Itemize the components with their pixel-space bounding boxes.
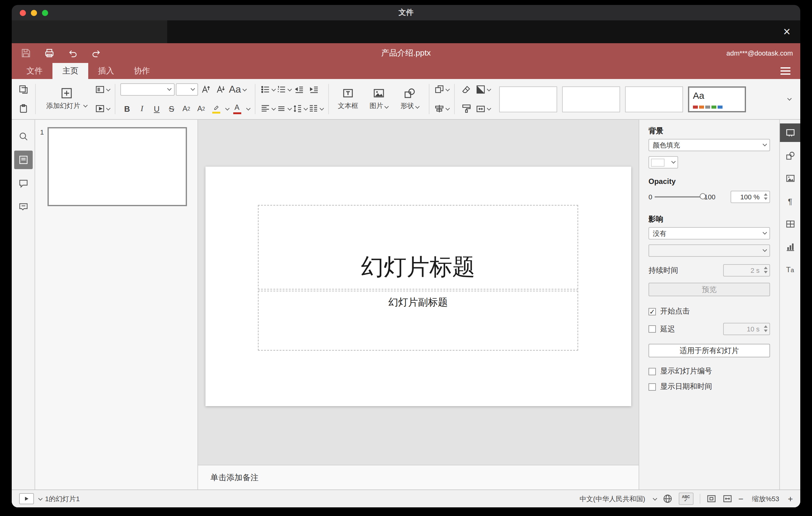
subtitle-placeholder[interactable]: 幻灯片副标题 <box>258 291 578 351</box>
superscript-button[interactable]: A2 <box>179 101 193 116</box>
increase-font-button[interactable] <box>199 82 213 97</box>
chart-settings-button[interactable] <box>780 238 800 256</box>
image-settings-button[interactable] <box>780 169 800 188</box>
columns-button[interactable] <box>309 101 323 116</box>
fit-to-width-button[interactable] <box>722 494 732 504</box>
slides-panel-button[interactable] <box>14 151 32 169</box>
redo-button[interactable] <box>89 46 103 60</box>
slide-thumbnail[interactable] <box>48 127 187 206</box>
comments-panel-button[interactable] <box>14 174 32 193</box>
line-spacing-button[interactable] <box>292 101 307 116</box>
slide-title-text[interactable]: 幻灯片标题 <box>361 252 475 283</box>
theme-gallery-expand-button[interactable] <box>782 92 795 107</box>
copy-button[interactable] <box>17 82 30 97</box>
slide-subtitle-text[interactable]: 幻灯片副标题 <box>388 296 448 309</box>
fit-to-slide-button[interactable] <box>706 494 716 504</box>
close-traffic-light[interactable] <box>20 10 26 16</box>
tab-home[interactable]: 主页 <box>53 63 88 79</box>
table-settings-button[interactable] <box>780 215 800 233</box>
slide-settings-button[interactable] <box>780 123 800 142</box>
start-slideshow-status-button[interactable] <box>19 493 34 504</box>
underline-button[interactable]: U <box>150 101 164 116</box>
chat-panel-button[interactable] <box>14 198 32 216</box>
subscript-button[interactable]: A2 <box>194 101 208 116</box>
opacity-slider[interactable] <box>655 196 703 198</box>
textart-settings-button[interactable]: Ta <box>780 260 800 279</box>
show-datetime-checkbox[interactable] <box>648 383 656 391</box>
slide-canvas[interactable]: 幻灯片标题 幻灯片副标题 <box>198 120 639 465</box>
fullscreen-traffic-light[interactable] <box>42 10 48 16</box>
italic-button[interactable]: I <box>135 101 149 116</box>
zoom-in-button[interactable]: + <box>788 494 793 504</box>
spinner-arrows[interactable] <box>764 267 767 274</box>
zoom-out-button[interactable]: − <box>738 494 743 504</box>
print-button[interactable] <box>42 46 56 60</box>
shape-fill-button[interactable] <box>476 82 491 97</box>
tab-file[interactable]: 文件 <box>17 63 53 79</box>
font-size-select[interactable] <box>176 83 198 96</box>
menu-icon[interactable] <box>781 67 790 75</box>
slide-size-button[interactable] <box>476 101 491 116</box>
bullets-button[interactable] <box>260 82 275 97</box>
paste-button[interactable] <box>17 101 30 116</box>
slide-layout-button[interactable] <box>95 82 110 97</box>
theme-option-2[interactable] <box>562 86 620 112</box>
copy-style-button[interactable] <box>460 101 473 116</box>
tab-collaboration[interactable]: 协作 <box>124 63 160 79</box>
insert-image-button[interactable]: 图片 <box>365 82 393 115</box>
start-on-click-checkbox[interactable]: ✓ <box>648 308 656 315</box>
search-panel-button[interactable] <box>14 127 32 146</box>
horizontal-align-button[interactable] <box>260 101 275 116</box>
preview-button[interactable]: 预览 <box>648 283 770 296</box>
align-shape-button[interactable] <box>434 101 449 116</box>
duration-value-field[interactable] <box>724 265 770 276</box>
theme-option-selected[interactable]: Aa <box>688 86 746 112</box>
save-button[interactable] <box>19 46 33 60</box>
undo-button[interactable] <box>66 46 80 60</box>
tab-insert[interactable]: 插入 <box>88 63 124 79</box>
chevron-down-icon[interactable] <box>225 106 230 110</box>
spellcheck-button[interactable]: ABC✓ <box>678 492 693 505</box>
effect-select[interactable]: 没有 <box>648 227 770 239</box>
duration-input[interactable] <box>723 264 770 277</box>
document-language-button[interactable] <box>662 494 672 504</box>
chevron-down-icon[interactable] <box>652 496 657 500</box>
apply-to-all-button[interactable]: 适用于所有幻灯片 <box>648 344 770 357</box>
font-name-select[interactable] <box>120 83 175 96</box>
bold-button[interactable]: B <box>120 101 134 116</box>
minimize-traffic-light[interactable] <box>31 10 37 16</box>
opacity-input[interactable] <box>730 191 770 203</box>
delay-checkbox[interactable] <box>648 325 656 333</box>
decrease-font-button[interactable] <box>214 82 228 97</box>
add-slide-button[interactable]: 添加幻灯片 <box>41 82 92 115</box>
paragraph-settings-button[interactable]: ¶ <box>780 192 800 210</box>
strikethrough-button[interactable]: S <box>165 101 178 116</box>
spinner-arrows[interactable] <box>764 193 767 200</box>
language-selector[interactable]: 中文(中华人民共和国) <box>580 494 645 503</box>
theme-option-1[interactable] <box>499 86 557 112</box>
slide[interactable]: 幻灯片标题 幻灯片副标题 <box>205 167 631 406</box>
numbering-button[interactable] <box>277 82 291 97</box>
insert-shape-button[interactable]: 形状 <box>396 82 424 115</box>
theme-option-3[interactable] <box>625 86 683 112</box>
zoom-level[interactable]: 缩放%53 <box>750 494 782 503</box>
decrease-indent-button[interactable] <box>292 82 306 97</box>
spinner-arrows[interactable] <box>764 325 767 332</box>
vertical-align-button[interactable] <box>277 101 291 116</box>
delay-input[interactable] <box>723 323 770 335</box>
close-icon[interactable]: × <box>783 24 790 39</box>
chevron-down-icon[interactable] <box>246 106 251 110</box>
change-case-button[interactable]: Aa <box>229 82 246 97</box>
arrange-shape-button[interactable] <box>434 82 449 97</box>
shape-settings-button[interactable] <box>780 146 800 165</box>
background-fill-select[interactable]: 颜色填充 <box>648 139 770 151</box>
highlight-color-button[interactable] <box>209 101 223 116</box>
chevron-down-icon[interactable] <box>38 496 42 500</box>
start-slideshow-button[interactable] <box>95 101 110 116</box>
increase-indent-button[interactable] <box>307 82 321 97</box>
delay-value-field[interactable] <box>724 323 770 335</box>
title-placeholder[interactable]: 幻灯片标题 <box>258 205 578 289</box>
notes-area[interactable]: 单击添加备注 <box>198 465 639 489</box>
insert-textbox-button[interactable]: 文本框 <box>334 82 362 115</box>
font-color-button[interactable]: A <box>230 101 244 116</box>
